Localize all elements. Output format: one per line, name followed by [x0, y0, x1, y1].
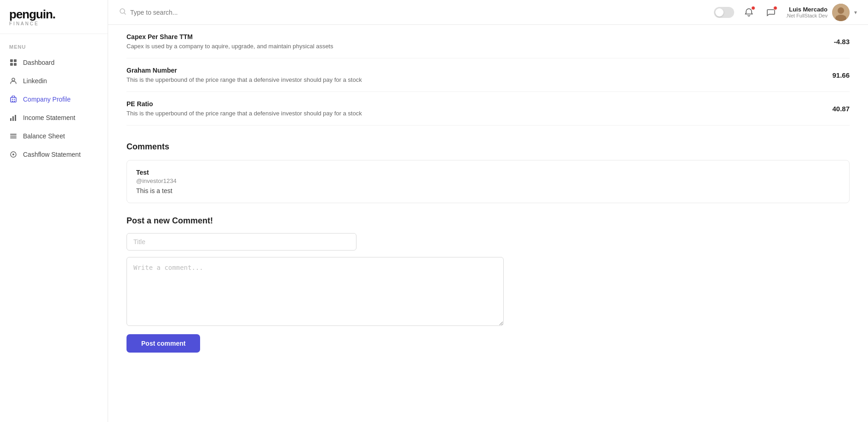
chat-badge: [773, 6, 777, 10]
main-wrapper: Luis Mercado .Net FullStack Dev ▾: [108, 0, 868, 422]
top-bar: Luis Mercado .Net FullStack Dev ▾: [108, 0, 868, 25]
content-inner: Capex Per Share TTM Capex is used by a c…: [108, 25, 868, 422]
bar-chart-icon: [9, 114, 17, 122]
search-container: [119, 8, 707, 17]
theme-toggle[interactable]: [714, 7, 734, 18]
svg-rect-9: [14, 101, 15, 102]
chat-button[interactable]: [764, 5, 778, 20]
svg-rect-2: [10, 63, 13, 66]
comments-section-title: Comments: [126, 142, 850, 152]
svg-rect-0: [10, 59, 13, 62]
user-name: Luis Mercado: [786, 6, 828, 13]
comment-handle: @investor1234: [136, 177, 840, 184]
metric-row-capex: Capex Per Share TTM Capex is used by a c…: [126, 25, 850, 58]
comment-card: Test @investor1234 This is a test: [126, 160, 850, 203]
notification-badge: [751, 6, 755, 10]
chevron-down-icon: ▾: [854, 9, 857, 16]
comment-body: This is a test: [136, 187, 840, 194]
metric-left: Capex Per Share TTM Capex is used by a c…: [126, 33, 816, 50]
metric-desc: This is the upperbound of the price rang…: [126, 110, 814, 117]
list-icon: [9, 132, 17, 140]
top-bar-right: Luis Mercado .Net FullStack Dev ▾: [714, 4, 857, 21]
user-text: Luis Mercado .Net FullStack Dev: [786, 6, 828, 18]
svg-rect-11: [12, 116, 14, 121]
svg-rect-14: [10, 136, 17, 137]
user-role: .Net FullStack Dev: [786, 13, 828, 18]
comment-author: Test: [136, 169, 840, 176]
sidebar-item-dashboard[interactable]: Dashboard: [0, 53, 108, 72]
notification-bell-button[interactable]: [742, 5, 756, 20]
sidebar-item-label: Linkedin: [23, 77, 47, 85]
toggle-knob: [715, 8, 724, 17]
svg-rect-3: [14, 63, 17, 66]
logo-text: penguin.: [9, 8, 98, 20]
sidebar-item-linkedin[interactable]: Linkedin: [0, 72, 108, 90]
building-icon: [9, 95, 17, 103]
metric-row-pe: PE Ratio This is the upperbound of the p…: [126, 92, 850, 125]
main-content: Capex Per Share TTM Capex is used by a c…: [108, 25, 868, 422]
svg-rect-13: [10, 134, 17, 135]
metric-value: 91.66: [814, 71, 850, 79]
metric-left: Graham Number This is the upperbound of …: [126, 67, 814, 83]
metrics-list: Capex Per Share TTM Capex is used by a c…: [126, 25, 850, 125]
user-info[interactable]: Luis Mercado .Net FullStack Dev ▾: [786, 4, 857, 21]
menu-label: MENU: [0, 34, 108, 53]
metric-value: 40.87: [814, 105, 850, 113]
sidebar-item-label: Dashboard: [23, 59, 55, 66]
logo-area: penguin. FINANCE: [0, 0, 108, 34]
metric-desc: This is the upperbound of the price rang…: [126, 76, 814, 83]
svg-point-4: [12, 78, 15, 81]
svg-rect-1: [14, 59, 17, 62]
search-icon: [119, 8, 126, 17]
sidebar-item-income-statement[interactable]: Income Statement: [0, 108, 108, 127]
svg-rect-8: [12, 101, 13, 102]
svg-rect-12: [15, 115, 16, 121]
logo-sub: FINANCE: [9, 21, 98, 26]
person-icon: [9, 77, 17, 85]
sidebar-item-label: Company Profile: [23, 96, 71, 103]
search-input[interactable]: [130, 9, 268, 16]
svg-rect-15: [10, 137, 17, 138]
metric-desc: Capex is used by a company to aquire, up…: [126, 43, 816, 50]
sidebar-item-cashflow[interactable]: Cashflow Statement: [0, 145, 108, 164]
circle-dot-icon: [9, 150, 17, 159]
sidebar: penguin. FINANCE MENU Dashboard: [0, 0, 108, 422]
svg-rect-7: [14, 99, 15, 100]
svg-rect-5: [11, 97, 16, 102]
metric-left: PE Ratio This is the upperbound of the p…: [126, 100, 814, 117]
metric-row-graham: Graham Number This is the upperbound of …: [126, 58, 850, 92]
sidebar-item-label: Income Statement: [23, 114, 75, 121]
sidebar-item-company-profile[interactable]: Company Profile: [0, 90, 108, 108]
metric-title: Graham Number: [126, 67, 814, 74]
post-comment-button[interactable]: Post comment: [126, 334, 200, 353]
sidebar-nav: Dashboard Linkedin: [0, 53, 108, 164]
grid-icon: [9, 58, 17, 67]
svg-rect-10: [10, 118, 11, 121]
avatar: [832, 4, 850, 21]
metric-value: -4.83: [816, 38, 850, 46]
post-comment-title: Post a new Comment!: [126, 216, 850, 226]
sidebar-item-label: Cashflow Statement: [23, 151, 80, 158]
sidebar-item-label: Balance Sheet: [23, 132, 65, 140]
metric-title: PE Ratio: [126, 100, 814, 108]
comment-body-input[interactable]: [126, 257, 504, 326]
svg-point-17: [12, 154, 14, 155]
sidebar-item-balance-sheet[interactable]: Balance Sheet: [0, 127, 108, 145]
comment-title-input[interactable]: [126, 233, 356, 251]
svg-point-20: [838, 7, 844, 14]
svg-rect-6: [12, 99, 13, 100]
metric-title: Capex Per Share TTM: [126, 33, 816, 40]
